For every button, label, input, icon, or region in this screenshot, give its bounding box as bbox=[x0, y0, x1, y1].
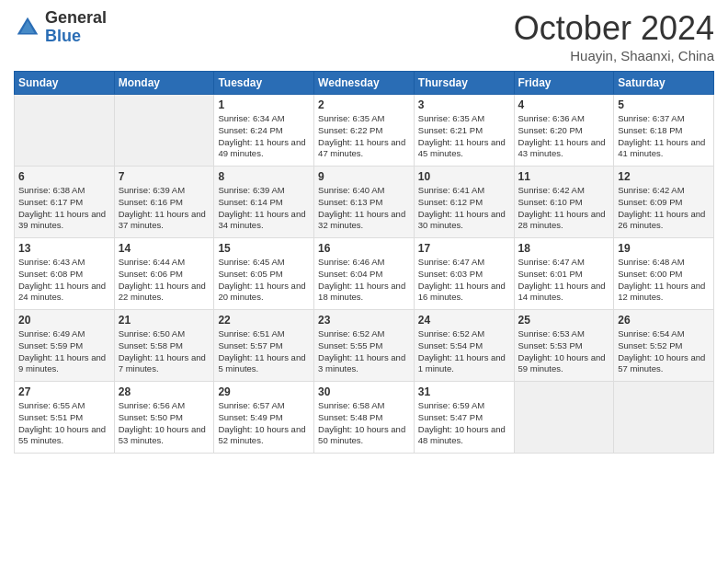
day-info: Sunrise: 6:58 AM Sunset: 5:48 PM Dayligh… bbox=[318, 400, 410, 447]
day-number: 11 bbox=[518, 170, 610, 183]
day-number: 14 bbox=[119, 242, 210, 255]
day-info: Sunrise: 6:39 AM Sunset: 6:14 PM Dayligh… bbox=[218, 185, 310, 232]
day-info: Sunrise: 6:42 AM Sunset: 6:10 PM Dayligh… bbox=[518, 185, 610, 232]
day-number: 19 bbox=[618, 242, 710, 255]
calendar-cell: 24Sunrise: 6:52 AM Sunset: 5:54 PM Dayli… bbox=[414, 310, 514, 382]
calendar-cell: 19Sunrise: 6:48 AM Sunset: 6:00 PM Dayli… bbox=[614, 238, 714, 310]
day-number: 12 bbox=[618, 170, 710, 183]
logo-icon bbox=[14, 14, 41, 41]
day-info: Sunrise: 6:37 AM Sunset: 6:18 PM Dayligh… bbox=[618, 113, 710, 160]
day-info: Sunrise: 6:55 AM Sunset: 5:51 PM Dayligh… bbox=[18, 400, 110, 447]
day-info: Sunrise: 6:47 AM Sunset: 6:03 PM Dayligh… bbox=[418, 257, 510, 304]
day-number: 21 bbox=[119, 314, 210, 327]
week-row-1: 6Sunrise: 6:38 AM Sunset: 6:17 PM Daylig… bbox=[15, 167, 714, 238]
week-row-3: 20Sunrise: 6:49 AM Sunset: 5:59 PM Dayli… bbox=[15, 310, 714, 382]
calendar-cell: 11Sunrise: 6:42 AM Sunset: 6:10 PM Dayli… bbox=[514, 167, 614, 238]
day-number: 30 bbox=[318, 385, 410, 398]
calendar-cell: 6Sunrise: 6:38 AM Sunset: 6:17 PM Daylig… bbox=[15, 167, 115, 238]
day-info: Sunrise: 6:52 AM Sunset: 5:55 PM Dayligh… bbox=[318, 328, 410, 375]
calendar-cell: 4Sunrise: 6:36 AM Sunset: 6:20 PM Daylig… bbox=[514, 95, 614, 167]
day-number: 9 bbox=[318, 170, 410, 183]
calendar-cell: 21Sunrise: 6:50 AM Sunset: 5:58 PM Dayli… bbox=[114, 310, 214, 382]
calendar-cell bbox=[514, 382, 614, 454]
calendar-cell: 14Sunrise: 6:44 AM Sunset: 6:06 PM Dayli… bbox=[114, 238, 214, 310]
day-info: Sunrise: 6:52 AM Sunset: 5:54 PM Dayligh… bbox=[418, 328, 510, 375]
calendar-cell: 17Sunrise: 6:47 AM Sunset: 6:03 PM Dayli… bbox=[414, 238, 514, 310]
day-info: Sunrise: 6:56 AM Sunset: 5:50 PM Dayligh… bbox=[119, 400, 210, 447]
day-number: 27 bbox=[18, 385, 110, 398]
day-info: Sunrise: 6:47 AM Sunset: 6:01 PM Dayligh… bbox=[518, 257, 610, 304]
calendar-cell: 29Sunrise: 6:57 AM Sunset: 5:49 PM Dayli… bbox=[214, 382, 314, 454]
day-number: 16 bbox=[318, 242, 410, 255]
day-info: Sunrise: 6:51 AM Sunset: 5:57 PM Dayligh… bbox=[218, 328, 310, 375]
calendar-cell: 18Sunrise: 6:47 AM Sunset: 6:01 PM Dayli… bbox=[514, 238, 614, 310]
calendar-cell: 13Sunrise: 6:43 AM Sunset: 6:08 PM Dayli… bbox=[15, 238, 115, 310]
calendar-cell: 10Sunrise: 6:41 AM Sunset: 6:12 PM Dayli… bbox=[414, 167, 514, 238]
day-number: 3 bbox=[418, 98, 510, 111]
calendar-cell: 30Sunrise: 6:58 AM Sunset: 5:48 PM Dayli… bbox=[314, 382, 415, 454]
day-number: 13 bbox=[18, 242, 110, 255]
calendar-cell: 12Sunrise: 6:42 AM Sunset: 6:09 PM Dayli… bbox=[614, 167, 714, 238]
calendar-cell: 31Sunrise: 6:59 AM Sunset: 5:47 PM Dayli… bbox=[414, 382, 514, 454]
day-info: Sunrise: 6:35 AM Sunset: 6:22 PM Dayligh… bbox=[318, 113, 410, 160]
calendar-cell: 15Sunrise: 6:45 AM Sunset: 6:05 PM Dayli… bbox=[214, 238, 314, 310]
month-title: October 2024 bbox=[514, 9, 714, 48]
day-number: 22 bbox=[218, 314, 310, 327]
header-day-wednesday: Wednesday bbox=[314, 72, 415, 95]
day-info: Sunrise: 6:48 AM Sunset: 6:00 PM Dayligh… bbox=[618, 257, 710, 304]
logo: General Blue bbox=[14, 9, 107, 46]
day-info: Sunrise: 6:53 AM Sunset: 5:53 PM Dayligh… bbox=[518, 328, 610, 375]
calendar-cell: 27Sunrise: 6:55 AM Sunset: 5:51 PM Dayli… bbox=[15, 382, 115, 454]
day-info: Sunrise: 6:44 AM Sunset: 6:06 PM Dayligh… bbox=[119, 257, 210, 304]
header-day-saturday: Saturday bbox=[614, 72, 714, 95]
title-block: October 2024 Huayin, Shaanxi, China bbox=[514, 9, 714, 63]
day-number: 4 bbox=[518, 98, 610, 111]
day-info: Sunrise: 6:41 AM Sunset: 6:12 PM Dayligh… bbox=[418, 185, 510, 232]
day-number: 2 bbox=[318, 98, 410, 111]
header-day-monday: Monday bbox=[114, 72, 214, 95]
calendar-cell bbox=[15, 95, 115, 167]
calendar-cell bbox=[614, 382, 714, 454]
day-number: 1 bbox=[218, 98, 310, 111]
week-row-0: 1Sunrise: 6:34 AM Sunset: 6:24 PM Daylig… bbox=[15, 95, 714, 167]
calendar-cell: 5Sunrise: 6:37 AM Sunset: 6:18 PM Daylig… bbox=[614, 95, 714, 167]
header: General Blue October 2024 Huayin, Shaanx… bbox=[14, 9, 714, 63]
calendar-cell: 22Sunrise: 6:51 AM Sunset: 5:57 PM Dayli… bbox=[214, 310, 314, 382]
day-number: 31 bbox=[418, 385, 510, 398]
calendar-cell: 2Sunrise: 6:35 AM Sunset: 6:22 PM Daylig… bbox=[314, 95, 415, 167]
calendar-cell: 9Sunrise: 6:40 AM Sunset: 6:13 PM Daylig… bbox=[314, 167, 415, 238]
day-number: 7 bbox=[119, 170, 210, 183]
day-info: Sunrise: 6:59 AM Sunset: 5:47 PM Dayligh… bbox=[418, 400, 510, 447]
day-number: 29 bbox=[218, 385, 310, 398]
day-info: Sunrise: 6:40 AM Sunset: 6:13 PM Dayligh… bbox=[318, 185, 410, 232]
day-info: Sunrise: 6:54 AM Sunset: 5:52 PM Dayligh… bbox=[618, 328, 710, 375]
day-info: Sunrise: 6:49 AM Sunset: 5:59 PM Dayligh… bbox=[18, 328, 110, 375]
header-row: SundayMondayTuesdayWednesdayThursdayFrid… bbox=[15, 72, 714, 95]
day-number: 10 bbox=[418, 170, 510, 183]
calendar-cell: 8Sunrise: 6:39 AM Sunset: 6:14 PM Daylig… bbox=[214, 167, 314, 238]
day-number: 23 bbox=[318, 314, 410, 327]
day-info: Sunrise: 6:46 AM Sunset: 6:04 PM Dayligh… bbox=[318, 257, 410, 304]
calendar-cell: 1Sunrise: 6:34 AM Sunset: 6:24 PM Daylig… bbox=[214, 95, 314, 167]
header-day-friday: Friday bbox=[514, 72, 614, 95]
day-number: 5 bbox=[618, 98, 710, 111]
day-info: Sunrise: 6:45 AM Sunset: 6:05 PM Dayligh… bbox=[218, 257, 310, 304]
location: Huayin, Shaanxi, China bbox=[514, 48, 714, 63]
calendar-cell bbox=[114, 95, 214, 167]
calendar-cell: 28Sunrise: 6:56 AM Sunset: 5:50 PM Dayli… bbox=[114, 382, 214, 454]
day-info: Sunrise: 6:34 AM Sunset: 6:24 PM Dayligh… bbox=[218, 113, 310, 160]
day-number: 24 bbox=[418, 314, 510, 327]
header-day-tuesday: Tuesday bbox=[214, 72, 314, 95]
day-info: Sunrise: 6:35 AM Sunset: 6:21 PM Dayligh… bbox=[418, 113, 510, 160]
day-info: Sunrise: 6:50 AM Sunset: 5:58 PM Dayligh… bbox=[119, 328, 210, 375]
day-number: 6 bbox=[18, 170, 110, 183]
day-number: 15 bbox=[218, 242, 310, 255]
day-info: Sunrise: 6:42 AM Sunset: 6:09 PM Dayligh… bbox=[618, 185, 710, 232]
calendar-cell: 20Sunrise: 6:49 AM Sunset: 5:59 PM Dayli… bbox=[15, 310, 115, 382]
calendar-table: SundayMondayTuesdayWednesdayThursdayFrid… bbox=[14, 71, 714, 454]
logo-blue-text: Blue bbox=[45, 27, 81, 45]
day-info: Sunrise: 6:57 AM Sunset: 5:49 PM Dayligh… bbox=[218, 400, 310, 447]
day-info: Sunrise: 6:39 AM Sunset: 6:16 PM Dayligh… bbox=[119, 185, 210, 232]
calendar-cell: 23Sunrise: 6:52 AM Sunset: 5:55 PM Dayli… bbox=[314, 310, 415, 382]
week-row-4: 27Sunrise: 6:55 AM Sunset: 5:51 PM Dayli… bbox=[15, 382, 714, 454]
